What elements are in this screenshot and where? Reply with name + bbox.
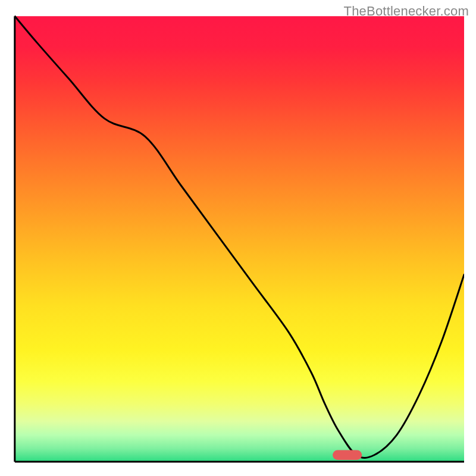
chart-container: TheBottlenecker.com [0,0,476,476]
bottleneck-chart [0,0,476,476]
optimal-marker [333,450,362,460]
gradient-background [15,16,464,462]
